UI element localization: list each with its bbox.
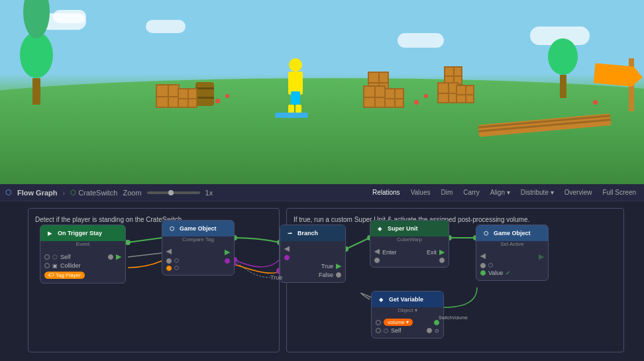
set-active-in-arrow: ▶ (480, 252, 486, 261)
toolbar: ⬡ Flow Graph › ⬡ CrateSwitch Zoom 1x Rel… (0, 184, 644, 201)
flower-1 (215, 99, 220, 103)
set-active-value-label: Value (488, 270, 503, 276)
cloud-4 (398, 33, 444, 48)
compare-tag-obj-icon: ⬡ (174, 265, 179, 271)
dim-button[interactable]: Dim (438, 187, 455, 197)
values-button[interactable]: Values (408, 187, 433, 197)
get-variable-node[interactable]: ◈ Get Variable Object ▾ volume ▾ ⬡ Self (371, 291, 444, 338)
flower-2 (225, 94, 229, 98)
branch-flow-row: ▶ (284, 245, 341, 254)
compare-tag-out-arrow: ▶ (225, 248, 230, 256)
set-active-sublabel: Set Active (476, 241, 548, 248)
compare-tag-title: Game Object (180, 225, 217, 232)
get-variable-volume-in-port (376, 320, 381, 325)
branch-false-port (336, 272, 341, 278)
crate-center-2 (363, 85, 386, 108)
flow-graph-panel: ⬡ Flow Graph › ⬡ CrateSwitch Zoom 1x Rel… (0, 184, 644, 361)
crate-left (156, 84, 180, 108)
get-variable-title: Get Variable (389, 296, 423, 303)
get-variable-self-dot: ⊙ (435, 328, 439, 334)
branch-true-arrow: ▶ (336, 262, 341, 270)
branch-node[interactable]: ⇀ Branch ▶ True ▶ Fa (280, 225, 346, 283)
trigger-stay-self-icon: ⬡ (52, 254, 58, 260)
get-variable-volume-text: volume ▾ (388, 319, 409, 325)
trigger-stay-collider-row: ▣ Collider (44, 262, 121, 269)
set-active-flow-row: ▶ ▶ (480, 252, 544, 261)
trigger-stay-collider-icon: ▣ (52, 263, 58, 269)
get-variable-self-port (427, 328, 432, 333)
compare-tag-in-arrow: ▶ (166, 248, 172, 256)
tree-right (548, 38, 578, 98)
trigger-stay-self-in-port (44, 254, 50, 260)
true-label: True (270, 274, 282, 281)
trigger-stay-node[interactable]: ▶ On Trigger Stay Event ⬡ Self ▶ ▣ Colli… (40, 225, 126, 284)
branch-title: Branch (297, 230, 318, 236)
trigger-stay-collider-in-port (44, 263, 50, 268)
align-button[interactable]: Align ▾ (488, 187, 513, 197)
set-active-body: ▶ ▶ ⬡ Value ✓ (476, 248, 548, 280)
trigger-stay-out-arrow: ▶ (116, 252, 121, 261)
set-active-obj-icon: ⬡ (488, 262, 493, 268)
tree-left (20, 0, 53, 105)
get-variable-body: volume ▾ ⬡ Self ⊙ (372, 315, 443, 338)
compare-tag-icon: ⬡ (166, 223, 177, 234)
branch-condition-port (284, 255, 290, 260)
graph-area: Detect if the player is standing on the … (0, 201, 644, 361)
compare-tag-body: ▶ ▶ ⬡ ⬡ (162, 244, 234, 275)
cubewarp-header: ◈ Super Unit (370, 221, 449, 236)
trigger-stay-title: On Trigger Stay (58, 230, 102, 236)
trigger-stay-sublabel: Event (40, 241, 125, 248)
compare-tag-self-in-port (166, 258, 172, 264)
compare-tag-self-row: ⬡ (166, 258, 230, 264)
trigger-stay-self-out-port (108, 254, 113, 260)
get-variable-volume-badge: volume ▾ (384, 319, 413, 326)
compare-tag-result-port (225, 258, 230, 264)
compare-tag-header: ⬡ Game Object (162, 221, 234, 236)
trigger-stay-header: ▶ On Trigger Stay (40, 225, 125, 241)
branch-header: ⇀ Branch (280, 225, 345, 241)
cubewarp-exit-label: Exit (427, 249, 437, 256)
compare-tag-self-icon: ⬡ (174, 258, 179, 264)
get-variable-self-icon: ⬡ (384, 328, 388, 334)
cubewarp-in-port (374, 258, 380, 263)
trigger-stay-tag-badge: 🏷 Tag Player (44, 272, 85, 279)
cubewarp-node[interactable]: ◈ Super Unit CubeWarp ▶ Enter Exit ▶ (370, 220, 449, 268)
breadcrumb-separator: › (63, 189, 66, 197)
cubewarp-body: ▶ Enter Exit ▶ (370, 244, 449, 267)
cloud-3 (146, 20, 186, 33)
cubewarp-sublabel: CubeWarp (370, 236, 449, 244)
carry-button[interactable]: Carry (460, 187, 482, 197)
zoom-value: 1x (205, 189, 213, 197)
get-variable-icon: ◈ (376, 294, 386, 305)
flower-4 (424, 94, 428, 98)
cloud-2 (53, 10, 86, 23)
flower-5 (593, 100, 598, 105)
crateswitch-platform (275, 113, 308, 118)
cubewarp-enter-in-arrow: ▶ (374, 248, 380, 256)
cubewarp-icon: ◈ (374, 223, 385, 234)
overview-button[interactable]: Overview (562, 187, 595, 197)
trigger-stay-tag-text: Tag Player (56, 272, 81, 278)
compare-tag-node[interactable]: ⬡ Game Object Compare Tag ▶ ▶ ⬡ (162, 220, 235, 276)
cubewarp-enter-label: Enter (382, 249, 397, 256)
distribute-button[interactable]: Distribute ▾ (518, 187, 557, 197)
crate-right-stack-3 (456, 85, 474, 103)
get-variable-self-row: ⬡ Self ⊙ (376, 327, 439, 334)
crateswitch-icon: ⬡ (70, 189, 76, 196)
switch-volume-label: SwitchVolume (439, 315, 468, 320)
zoom-slider[interactable] (147, 191, 200, 194)
game-viewport (0, 0, 644, 184)
fullscreen-button[interactable]: Full Screen (600, 187, 639, 197)
branch-condition-row (284, 255, 341, 260)
barrel (195, 82, 214, 106)
set-active-node[interactable]: ⬡ Game Object Set Active ▶ ▶ ⬡ Value ✓ (476, 225, 549, 281)
relations-button[interactable]: Relations (370, 187, 403, 197)
flow-graph-title: Flow Graph (17, 189, 58, 197)
get-variable-volume-out-port (434, 320, 439, 325)
flower-3 (414, 100, 419, 105)
compare-tag-obj-port (166, 266, 172, 271)
set-active-obj-port (480, 263, 486, 268)
zoom-label: Zoom (123, 189, 141, 197)
set-active-check: ✓ (506, 270, 511, 276)
signpost (629, 58, 634, 111)
